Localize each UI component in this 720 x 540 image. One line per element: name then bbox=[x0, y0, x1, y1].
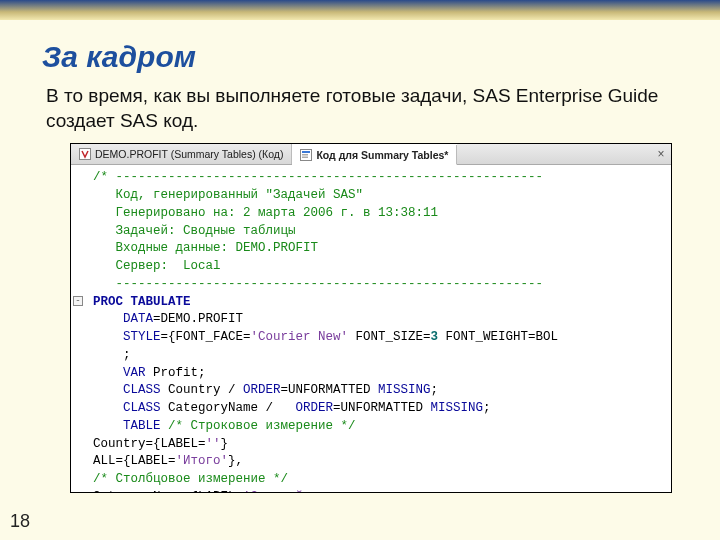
code-file-icon bbox=[300, 149, 312, 161]
code-text: 'Courier New' bbox=[251, 330, 349, 344]
code-text: /* -------------------------------------… bbox=[93, 170, 543, 184]
sas-file-icon bbox=[79, 148, 91, 160]
code-text: Сервер: Local bbox=[93, 259, 221, 273]
code-text: Генерировано на: 2 марта 2006 г. в 13:38… bbox=[93, 206, 438, 220]
code-text: FONT_SIZE= bbox=[348, 330, 431, 344]
code-text: FONT_WEIGHT=BOL bbox=[438, 330, 558, 344]
tab-generated-code[interactable]: DEMO.PROFIT (Summary Tables) (Код) bbox=[71, 144, 292, 164]
code-text: MISSING bbox=[378, 383, 431, 397]
code-window: DEMO.PROFIT (Summary Tables) (Код) Код д… bbox=[70, 143, 672, 493]
code-text: MISSING bbox=[431, 401, 484, 415]
code-text: ; bbox=[483, 401, 491, 415]
code-text: ORDER bbox=[243, 383, 281, 397]
close-icon: × bbox=[657, 147, 664, 161]
code-text: Входные данные: DEMO.PROFIT bbox=[93, 241, 318, 255]
page-number: 18 bbox=[10, 511, 30, 532]
code-text: 3 bbox=[431, 330, 439, 344]
code-text: Код, генерированный "Задачей SAS" bbox=[93, 188, 363, 202]
svg-rect-4 bbox=[302, 156, 308, 158]
code-text: '' bbox=[206, 437, 221, 451]
code-text: ALL={LABEL= bbox=[93, 454, 176, 468]
slide-title: За кадром bbox=[42, 40, 696, 74]
code-text: ={FONT_FACE= bbox=[161, 330, 251, 344]
code-text: ORDER bbox=[296, 401, 334, 415]
code-text: VAR bbox=[93, 366, 146, 380]
code-text: TABLE bbox=[93, 419, 168, 433]
svg-rect-2 bbox=[302, 151, 310, 153]
code-text: 'Итого' bbox=[176, 454, 229, 468]
code-text: /* Столбцовое измерение */ bbox=[93, 472, 288, 486]
code-text: } bbox=[221, 437, 229, 451]
code-text: Country / bbox=[161, 383, 244, 397]
code-text: CategoryName={LABEL= bbox=[93, 490, 243, 493]
code-text: 'Средний доход по странам и категориям п… bbox=[243, 490, 558, 493]
code-text: =UNFORMATTED bbox=[281, 383, 379, 397]
code-text: =UNFORMATTED bbox=[333, 401, 431, 415]
code-editor[interactable]: /* -------------------------------------… bbox=[71, 165, 671, 492]
slide-body-text: В то время, как вы выполняете готовые за… bbox=[46, 84, 696, 133]
code-text: Задачей: Сводные таблицы bbox=[93, 224, 296, 238]
code-text: CategoryName / bbox=[161, 401, 296, 415]
code-text: /* Строковое измерение */ bbox=[168, 419, 356, 433]
fold-toggle-icon[interactable]: - bbox=[73, 296, 83, 306]
code-text: ; bbox=[93, 348, 131, 362]
tab-label: DEMO.PROFIT (Summary Tables) (Код) bbox=[95, 148, 283, 160]
tab-bar-spacer bbox=[457, 144, 651, 164]
tab-close-button[interactable]: × bbox=[651, 144, 671, 164]
code-text: =DEMO.PROFIT bbox=[153, 312, 243, 326]
code-text: PROC TABULATE bbox=[93, 295, 191, 309]
tab-summary-tables-code[interactable]: Код для Summary Tables* bbox=[292, 145, 457, 165]
code-text: CLASS bbox=[93, 383, 161, 397]
code-text: ; bbox=[431, 383, 439, 397]
code-text: DATA bbox=[93, 312, 153, 326]
tab-label: Код для Summary Tables* bbox=[316, 149, 448, 161]
code-text: Country={LABEL= bbox=[93, 437, 206, 451]
code-text: ----------------------------------------… bbox=[93, 277, 543, 291]
tab-bar: DEMO.PROFIT (Summary Tables) (Код) Код д… bbox=[71, 144, 671, 165]
code-text: }, bbox=[228, 454, 243, 468]
code-text: Profit; bbox=[146, 366, 206, 380]
code-text: CLASS bbox=[93, 401, 161, 415]
code-text: STYLE bbox=[93, 330, 161, 344]
slide-top-accent bbox=[0, 0, 720, 20]
svg-rect-3 bbox=[302, 154, 308, 156]
